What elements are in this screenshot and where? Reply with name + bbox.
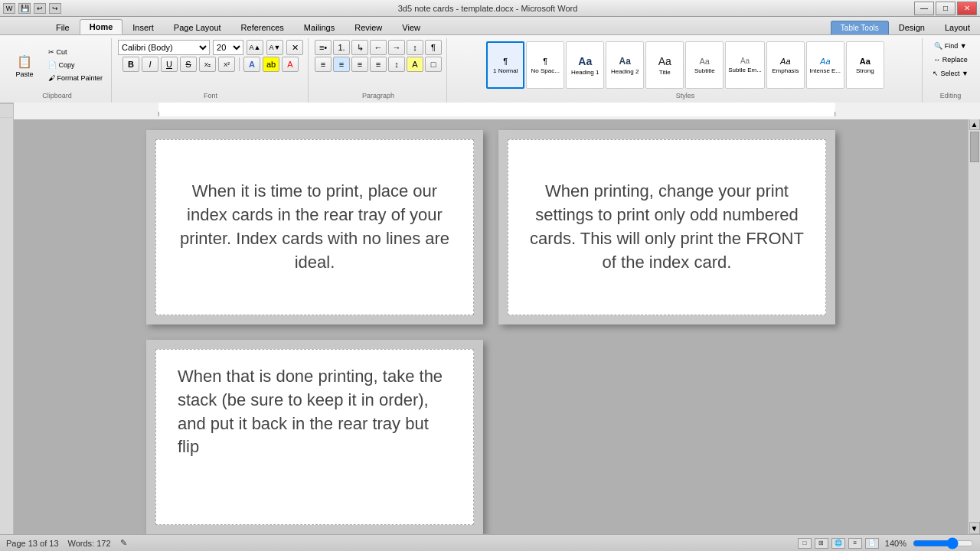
bullets-button[interactable]: ≡• [315, 40, 332, 55]
document-scroll[interactable]: When it is time to print, place our inde… [14, 118, 968, 534]
tab-layout[interactable]: Layout [935, 20, 980, 34]
numbering-button[interactable]: 1. [333, 40, 350, 55]
underline-button[interactable]: U [161, 57, 178, 72]
tab-mailings[interactable]: Mailings [294, 20, 345, 34]
tab-page-layout[interactable]: Page Layout [164, 20, 231, 34]
ribbon: 📋 Paste ✂ Cut 📄 Copy 🖌 Format Painter Cl… [0, 35, 980, 104]
align-center-button[interactable]: ≡ [333, 57, 350, 72]
quick-access-redo[interactable]: ↪ [49, 3, 61, 14]
shading-button[interactable]: A [407, 57, 423, 72]
clear-format-button[interactable]: ✕ [286, 40, 303, 55]
font-content: Calibri (Body) 20 A▲ A▼ ✕ B I U S X₂ X² … [118, 40, 303, 90]
style-subtle-em-label: Subtle Em... [728, 67, 762, 73]
copy-button[interactable]: 📄 Copy [44, 59, 106, 71]
tab-design[interactable]: Design [889, 20, 935, 34]
style-normal-label: 1 Normal [493, 67, 518, 74]
style-intense-em-label: Intense E... [810, 67, 841, 74]
scroll-down-button[interactable]: ▼ [969, 522, 980, 534]
style-emphasis[interactable]: Aa Emphasis [766, 41, 805, 89]
card-page-3: When that is done printing, take the sta… [146, 340, 483, 534]
card-inner-1[interactable]: When it is time to print, place our inde… [155, 139, 474, 315]
clipboard-label: Clipboard [42, 92, 72, 101]
word-logo-icon[interactable]: W [3, 3, 15, 14]
increase-indent-button[interactable]: → [388, 40, 405, 55]
quick-access-undo[interactable]: ↩ [34, 3, 46, 14]
tab-table-tools: Table Tools [831, 21, 889, 34]
font-family-select[interactable]: Calibri (Body) [118, 40, 210, 55]
editing-label: Editing [940, 92, 962, 101]
borders-button[interactable]: □ [425, 57, 442, 72]
ruler-svg [14, 103, 980, 116]
style-subtle-em[interactable]: Aa Subtle Em... [725, 41, 765, 89]
style-intense-em[interactable]: Aa Intense E... [806, 41, 844, 89]
tab-insert[interactable]: Insert [122, 20, 164, 34]
sort-button[interactable]: ↕ [407, 40, 423, 55]
quick-access-save[interactable]: 💾 [18, 3, 31, 14]
highlight-button[interactable]: ab [263, 57, 279, 72]
multilevel-button[interactable]: ↳ [351, 40, 368, 55]
superscript-button[interactable]: X² [218, 57, 235, 72]
line-spacing-button[interactable]: ↕ [388, 57, 405, 72]
grow-font-button[interactable]: A▲ [247, 40, 263, 55]
subscript-button[interactable]: X₂ [199, 57, 216, 72]
tab-review[interactable]: Review [345, 20, 392, 34]
web-layout-button[interactable]: 🌐 [831, 538, 845, 549]
svg-rect-1 [158, 103, 835, 116]
style-heading2[interactable]: Aa Heading 2 [606, 41, 644, 89]
replace-button[interactable]: ↔ Replace [929, 54, 972, 66]
clipboard-small: ✂ Cut 📄 Copy 🖌 Format Painter [44, 46, 106, 84]
styles-group: ¶ 1 Normal ¶ No Spac... Aa Heading 1 Aa … [449, 38, 923, 103]
right-scrollbar[interactable]: ▲ ▼ [968, 118, 980, 534]
format-painter-button[interactable]: 🖌 Format Painter [44, 72, 106, 84]
close-button[interactable]: ✕ [957, 2, 977, 15]
scroll-up-button[interactable]: ▲ [969, 118, 980, 130]
style-heading1-label: Heading 1 [571, 69, 599, 76]
style-title[interactable]: Aa Title [645, 41, 684, 89]
card-inner-2[interactable]: When printing, change your print setting… [508, 139, 826, 315]
strikethrough-button[interactable]: S [180, 57, 197, 72]
decrease-indent-button[interactable]: ← [370, 40, 387, 55]
show-marks-button[interactable]: ¶ [425, 40, 442, 55]
zoom-slider[interactable] [913, 537, 974, 549]
card-inner-3[interactable]: When that is done printing, take the sta… [155, 349, 474, 525]
outline-button[interactable]: ≡ [848, 538, 862, 549]
styles-label: Styles [676, 92, 695, 101]
italic-button[interactable]: I [142, 57, 158, 72]
text-effects-button[interactable]: A [243, 57, 260, 72]
full-screen-button[interactable]: ⊞ [815, 538, 828, 549]
font-color-button[interactable]: A [282, 57, 299, 72]
style-normal[interactable]: ¶ 1 Normal [486, 41, 524, 89]
style-no-spacing[interactable]: ¶ No Spac... [526, 41, 564, 89]
minimize-button[interactable]: — [914, 2, 934, 15]
card-page-2: When printing, change your print setting… [498, 130, 835, 324]
tab-view[interactable]: View [392, 20, 430, 34]
scroll-thumb[interactable] [970, 132, 979, 162]
select-button[interactable]: ↖ Select ▼ [929, 67, 972, 80]
card-text-1: When it is time to print, place our inde… [178, 180, 452, 274]
font-size-select[interactable]: 20 [213, 40, 243, 55]
print-layout-button[interactable]: □ [798, 538, 812, 549]
tab-references[interactable]: References [231, 20, 294, 34]
tab-file[interactable]: File [46, 20, 80, 34]
justify-button[interactable]: ≡ [370, 57, 387, 72]
shrink-font-button[interactable]: A▼ [266, 40, 283, 55]
bold-button[interactable]: B [122, 57, 139, 72]
clipboard-group: 📋 Paste ✂ Cut 📄 Copy 🖌 Format Painter Cl… [3, 38, 112, 103]
scroll-track [970, 130, 979, 522]
ribbon-tabs: File Home Insert Page Layout References … [0, 17, 980, 35]
status-bar: Page 13 of 13 Words: 172 ✎ □ ⊞ 🌐 ≡ 📄 140… [0, 534, 980, 551]
style-no-spacing-preview: ¶ [543, 57, 547, 66]
style-strong[interactable]: Aa Strong [846, 41, 884, 89]
style-heading1[interactable]: Aa Heading 1 [566, 41, 604, 89]
draft-button[interactable]: 📄 [865, 538, 879, 549]
align-right-button[interactable]: ≡ [351, 57, 368, 72]
left-ruler [0, 118, 14, 534]
find-button[interactable]: 🔍 Find ▼ [930, 40, 970, 52]
paste-button[interactable]: 📋 Paste [8, 48, 41, 82]
align-left-button[interactable]: ≡ [315, 57, 332, 72]
style-subtitle-label: Subtitle [694, 67, 715, 74]
maximize-button[interactable]: □ [936, 2, 956, 15]
cut-button[interactable]: ✂ Cut [44, 46, 106, 58]
tab-home[interactable]: Home [80, 19, 123, 34]
style-subtitle[interactable]: Aa Subtitle [685, 41, 724, 89]
